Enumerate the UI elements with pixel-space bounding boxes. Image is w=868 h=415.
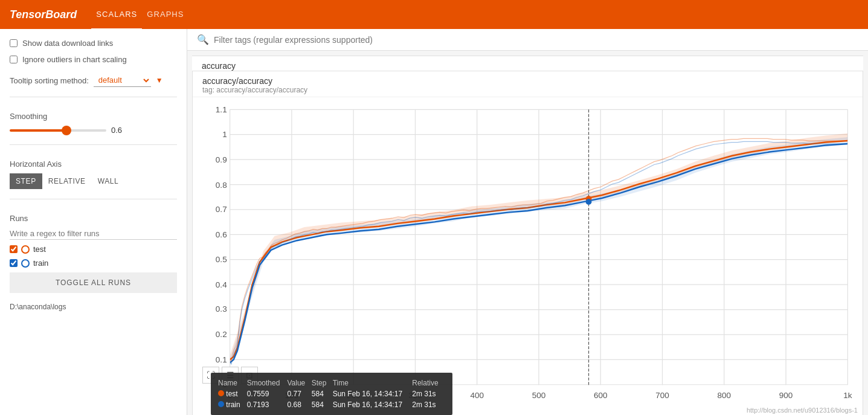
content: 🔍 accuracy accuracy/accuracy tag: accura… [187, 29, 868, 415]
tooltip-train-smoothed: 0.7193 [247, 399, 288, 410]
tooltip-test-value: 0.77 [287, 388, 311, 399]
svg-text:0.1: 0.1 [216, 355, 227, 364]
run-test-circle [21, 245, 30, 254]
svg-text:500: 500 [532, 391, 546, 400]
tooltip-sorting-row: Tooltip sorting method: default ascendin… [10, 74, 177, 87]
tooltip-train-relative: 2m 31s [412, 399, 445, 410]
tooltip-train-value: 0.68 [287, 399, 311, 410]
run-item-train[interactable]: train [10, 259, 177, 268]
tooltip-col-step: Step [312, 378, 333, 388]
svg-text:600: 600 [594, 391, 608, 400]
nav-tab-graphs[interactable]: GRAPHS [142, 0, 188, 30]
axis-buttons: STEP RELATIVE WALL [10, 173, 177, 189]
svg-text:400: 400 [470, 391, 484, 400]
tooltip-test-smoothed: 0.7559 [247, 388, 288, 399]
tooltip-train-step: 584 [312, 399, 333, 410]
svg-text:0.9: 0.9 [216, 155, 227, 164]
slider-row: 0.6 [10, 126, 177, 135]
svg-text:0.3: 0.3 [216, 304, 227, 314]
chart-title: accuracy/accuracy [202, 76, 853, 86]
axis-label: Horizontal Axis [10, 159, 177, 169]
logs-path: D:\anaconda\logs [10, 303, 177, 311]
tooltip-row-test: test 0.7559 0.77 584 Sun Feb 16, 14:34:1… [218, 388, 445, 399]
tooltip-col-smoothed: Smoothed [247, 378, 288, 388]
tooltip-sorting-arrow: ▼ [156, 76, 163, 85]
run-test-label: test [33, 245, 46, 254]
filter-input[interactable] [214, 35, 858, 45]
filter-bar: 🔍 [187, 29, 868, 51]
divider-3 [10, 199, 177, 199]
run-train-label: train [33, 259, 48, 268]
search-icon: 🔍 [197, 34, 209, 45]
run-test-checkbox[interactable] [10, 245, 18, 253]
svg-text:900: 900 [779, 391, 793, 400]
svg-text:1: 1 [222, 130, 227, 139]
tooltip-col-time: Time [333, 378, 413, 388]
tooltip-test-name: test [218, 388, 247, 399]
svg-text:0.6: 0.6 [216, 230, 227, 239]
smoothing-label: Smoothing [10, 112, 177, 121]
show-download-label: Show data download links [22, 39, 113, 48]
ignore-outliers-checkbox[interactable] [10, 56, 18, 63]
svg-text:0.7: 0.7 [216, 205, 227, 214]
show-download-checkbox[interactable] [10, 39, 18, 47]
svg-text:1k: 1k [843, 391, 852, 400]
tooltip-test-time: Sun Feb 16, 14:34:17 [333, 388, 413, 399]
svg-text:700: 700 [655, 391, 669, 400]
chart-area: accuracy/accuracy tag: accuracy/accuracy… [192, 71, 863, 415]
svg-text:1.1: 1.1 [216, 105, 227, 114]
runs-section: Runs test train TOGGLE ALL RUNS [10, 209, 177, 293]
tooltip-col-name: Name [218, 378, 247, 388]
chart-section-label: accuracy [192, 56, 863, 71]
tooltip-table: Name Smoothed Value Step Time Relative [218, 378, 445, 410]
tooltip-row-train: train 0.7193 0.68 584 Sun Feb 16, 14:34:… [218, 399, 445, 410]
axis-relative-button[interactable]: RELATIVE [42, 173, 92, 189]
axis-step-button[interactable]: STEP [10, 173, 42, 189]
run-item-test[interactable]: test [10, 245, 177, 254]
cursor-dot-train [586, 199, 592, 205]
svg-text:0.8: 0.8 [216, 181, 227, 190]
tooltip-test-step: 584 [312, 388, 333, 399]
ignore-outliers-row: Ignore outliers in chart scaling [10, 55, 177, 64]
runs-filter-input[interactable] [10, 228, 177, 240]
svg-text:0.2: 0.2 [216, 330, 227, 339]
logo: TensorBoard [10, 8, 77, 21]
chart-header: accuracy/accuracy tag: accuracy/accuracy… [193, 71, 863, 97]
tooltip-train-dot [218, 401, 224, 407]
sidebar: Show data download links Ignore outliers… [0, 29, 187, 415]
smoothing-slider[interactable] [10, 129, 106, 132]
axis-section: Horizontal Axis STEP RELATIVE WALL [10, 155, 177, 189]
nav-tabs: SCALARS GRAPHS [91, 0, 188, 30]
tooltip-test-relative: 2m 31s [412, 388, 445, 399]
divider-2 [10, 144, 177, 145]
tooltip-sorting-select[interactable]: default ascending descending nearest [94, 74, 151, 87]
tooltip-train-name: train [218, 399, 247, 410]
tooltip-col-value: Value [287, 378, 311, 388]
svg-text:800: 800 [718, 391, 731, 400]
chart-svg: 1.1 1 0.9 0.8 0.7 0.6 0.5 0.4 0.3 0.2 0.… [193, 102, 863, 415]
main-layout: Show data download links Ignore outliers… [0, 29, 868, 415]
watermark: http://blog.csdn.net/u9012316/blogs-1 [747, 407, 858, 414]
tooltip-train-time: Sun Feb 16, 14:34:17 [333, 399, 413, 410]
tooltip-popup: Name Smoothed Value Step Time Relative [211, 373, 452, 415]
smoothing-value: 0.6 [111, 126, 122, 135]
tooltip-test-dot [218, 390, 224, 396]
header: TensorBoard SCALARS GRAPHS [0, 0, 868, 29]
nav-tab-scalars[interactable]: SCALARS [91, 0, 142, 30]
tooltip-col-relative: Relative [412, 378, 445, 388]
ignore-outliers-label: Ignore outliers in chart scaling [22, 55, 127, 64]
show-download-row: Show data download links [10, 39, 177, 48]
svg-text:0.5: 0.5 [216, 255, 227, 264]
svg-text:0.4: 0.4 [216, 280, 227, 289]
chart-body: 1.1 1 0.9 0.8 0.7 0.6 0.5 0.4 0.3 0.2 0.… [193, 97, 863, 415]
chart-tag: tag: accuracy/accuracy/accuracy [202, 86, 853, 94]
toggle-all-runs-button[interactable]: TOGGLE ALL RUNS [10, 272, 177, 293]
divider-1 [10, 97, 177, 97]
runs-label: Runs [10, 214, 177, 223]
run-train-circle [21, 259, 30, 268]
tooltip-sorting-label: Tooltip sorting method: [10, 76, 89, 85]
smoothing-section: Smoothing 0.6 [10, 107, 177, 135]
run-train-checkbox[interactable] [10, 259, 18, 267]
axis-wall-button[interactable]: WALL [92, 173, 125, 189]
